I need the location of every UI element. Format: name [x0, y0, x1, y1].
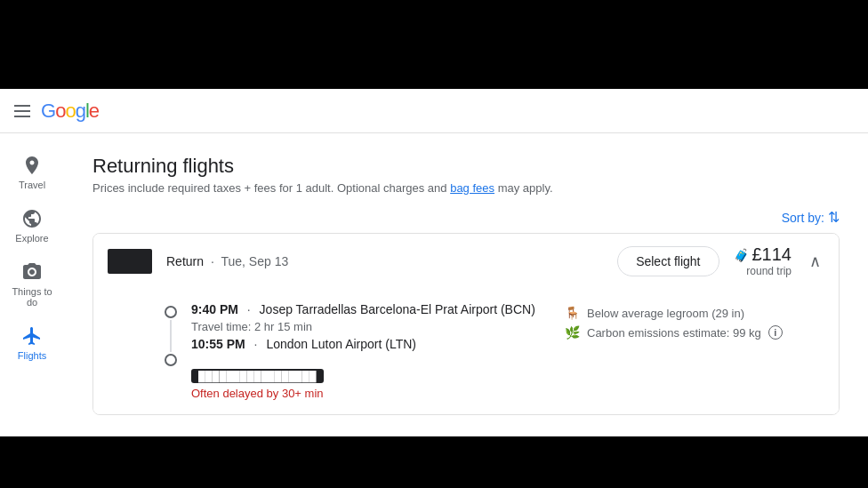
- select-flight-button[interactable]: Select flight: [617, 246, 719, 276]
- arrival-time: 10:55 PM: [191, 337, 245, 351]
- departure-airport: Josep Tarradellas Barcelona-El Prat Airp…: [260, 302, 535, 316]
- carbon-text: Carbon emissions estimate: 99 kg: [587, 326, 761, 340]
- flight-card-header: Return · Tue, Sep 13 Select flight 🧳 £11…: [93, 234, 839, 288]
- sidebar-label-travel: Travel: [19, 180, 45, 190]
- timeline-line: [170, 320, 172, 352]
- delayed-warning: Often delayed by 30+ min: [191, 387, 535, 400]
- bag-fees-link[interactable]: bag fees: [450, 181, 494, 195]
- airline-badge-row: █████████████████: [191, 360, 535, 383]
- carbon-icon: 🌿: [565, 325, 580, 340]
- segment-info: 9:40 PM · Josep Tarradellas Barcelona-El…: [191, 302, 535, 400]
- travel-time: Travel time: 2 hr 15 min: [191, 320, 535, 333]
- return-label: Return: [166, 254, 204, 268]
- top-bar: Google: [0, 89, 868, 133]
- hamburger-menu[interactable]: [14, 105, 30, 117]
- legroom-icon: 🪑: [565, 306, 580, 320]
- sidebar-item-things-to-do[interactable]: Things to do: [4, 254, 60, 315]
- sort-icon[interactable]: ⇅: [828, 209, 840, 226]
- departure-row: 9:40 PM · Josep Tarradellas Barcelona-El…: [191, 302, 535, 316]
- airline-logo: [108, 249, 152, 274]
- airline-badge: █████████████████: [191, 369, 324, 383]
- collapse-button[interactable]: ∧: [806, 248, 824, 275]
- arrival-airport: London Luton Airport (LTN): [266, 337, 416, 351]
- content-area: Travel Explore Things to do: [0, 133, 868, 436]
- subtitle: Prices include required taxes + fees for…: [92, 181, 840, 195]
- flight-segment: 9:40 PM · Josep Tarradellas Barcelona-El…: [165, 302, 535, 400]
- sidebar-label-flights: Flights: [18, 350, 46, 361]
- legroom-row: 🪑 Below average legroom (29 in): [565, 306, 796, 320]
- arrival-row: 10:55 PM · London Luton Airport (LTN): [191, 337, 535, 351]
- sort-row: Sort by: ⇅: [92, 209, 840, 226]
- timeline: [165, 302, 177, 366]
- page-title: Returning flights: [92, 155, 840, 178]
- flight-actions: Select flight 🧳 £114 round trip ∧: [617, 244, 824, 277]
- info-circle-icon[interactable]: i: [768, 325, 783, 340]
- departure-time: 9:40 PM: [191, 302, 238, 316]
- return-info: Return · Tue, Sep 13: [166, 254, 603, 268]
- bottom-bar: [0, 436, 868, 488]
- sidebar: Travel Explore Things to do: [0, 133, 64, 436]
- legroom-text: Below average legroom (29 in): [587, 307, 744, 320]
- luggage-icon: 🧳: [734, 248, 749, 262]
- extra-info: 🪑 Below average legroom (29 in) 🌿 Carbon…: [565, 302, 796, 400]
- flight-card: Return · Tue, Sep 13 Select flight 🧳 £11…: [92, 233, 840, 415]
- price-row: 🧳 £114: [734, 244, 792, 265]
- sidebar-label-things-to-do: Things to do: [7, 286, 57, 308]
- main-content: Returning flights Prices include require…: [64, 133, 868, 436]
- round-trip-label: round trip: [734, 265, 792, 277]
- departure-dot: [165, 306, 177, 318]
- arrival-dot: [165, 354, 177, 366]
- carbon-row: 🌿 Carbon emissions estimate: 99 kg i: [565, 325, 796, 340]
- sidebar-item-explore[interactable]: Explore: [4, 201, 60, 251]
- price-section: 🧳 £114 round trip: [734, 244, 792, 277]
- sort-by-label[interactable]: Sort by:: [782, 211, 824, 225]
- sidebar-label-explore: Explore: [15, 233, 48, 244]
- sidebar-item-flights[interactable]: Flights: [4, 318, 60, 368]
- price-amount: £114: [752, 244, 792, 265]
- sidebar-item-travel[interactable]: Travel: [4, 148, 60, 197]
- google-logo: Google: [41, 100, 99, 123]
- flight-details: 9:40 PM · Josep Tarradellas Barcelona-El…: [93, 288, 839, 414]
- return-date: Tue, Sep 13: [221, 254, 288, 268]
- flight-details-row: 9:40 PM · Josep Tarradellas Barcelona-El…: [165, 302, 796, 400]
